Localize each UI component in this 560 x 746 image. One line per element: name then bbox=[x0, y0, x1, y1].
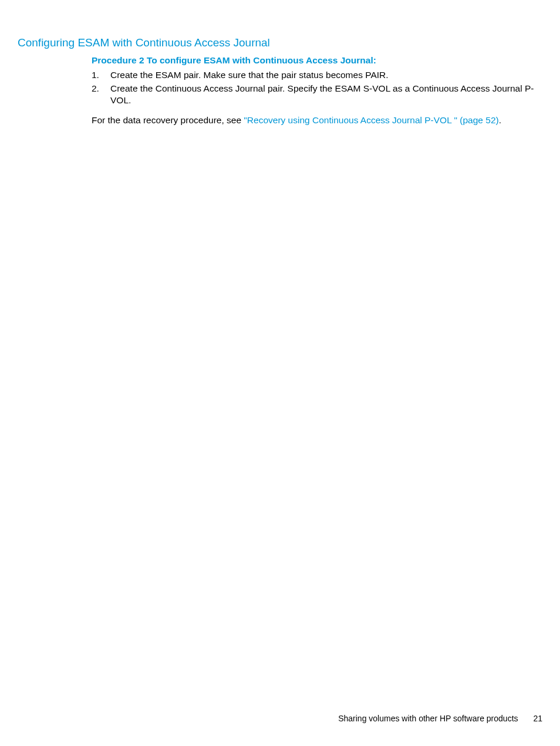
recovery-link[interactable]: "Recovery using Continuous Access Journa… bbox=[244, 115, 498, 125]
section-heading: Configuring ESAM with Continuous Access … bbox=[18, 36, 542, 49]
procedure-title: Procedure 2 To configure ESAM with Conti… bbox=[92, 55, 542, 66]
list-item: 2. Create the Continuous Access Journal … bbox=[92, 83, 542, 106]
paragraph-prefix: For the data recovery procedure, see bbox=[92, 115, 244, 125]
page-footer: Sharing volumes with other HP software p… bbox=[338, 714, 542, 723]
list-text: Create the ESAM pair. Make sure that the… bbox=[110, 69, 542, 81]
list-item: 1. Create the ESAM pair. Make sure that … bbox=[92, 69, 542, 81]
page-content: Configuring ESAM with Continuous Access … bbox=[0, 0, 560, 127]
paragraph-suffix: . bbox=[499, 115, 501, 125]
footer-title: Sharing volumes with other HP software p… bbox=[338, 714, 518, 723]
list-number: 2. bbox=[92, 83, 110, 106]
recovery-paragraph: For the data recovery procedure, see "Re… bbox=[92, 114, 542, 126]
page-number: 21 bbox=[533, 714, 542, 723]
list-number: 1. bbox=[92, 69, 110, 81]
list-text: Create the Continuous Access Journal pai… bbox=[110, 83, 542, 106]
procedure-steps: 1. Create the ESAM pair. Make sure that … bbox=[92, 69, 542, 106]
